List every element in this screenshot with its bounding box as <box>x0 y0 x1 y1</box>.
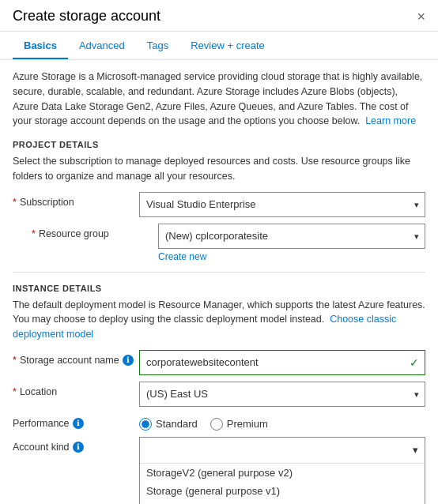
subscription-select-wrapper: Visual Studio Enterprise ▾ <box>139 192 425 217</box>
subscription-select[interactable]: Visual Studio Enterprise <box>139 192 425 217</box>
storage-name-check-icon: ✓ <box>410 356 419 369</box>
tab-bar: Basics Advanced Tags Review + create <box>0 32 438 60</box>
resource-group-label: * Resource group <box>32 224 158 239</box>
storage-name-info-icon[interactable]: ℹ <box>123 355 134 366</box>
location-field-row: * Location (US) East US ▾ <box>13 382 425 407</box>
account-kind-select-header[interactable]: ▾ <box>140 438 425 463</box>
account-kind-list: StorageV2 (general purpose v2) Storage (… <box>140 463 425 504</box>
tab-tags[interactable]: Tags <box>136 32 179 59</box>
instance-details-desc: The default deployment model is Resource… <box>13 298 425 342</box>
resource-group-select-wrapper: (New) cplcorporatesite ▾ <box>158 224 425 249</box>
project-details-title: PROJECT DETAILS <box>13 140 425 149</box>
account-kind-field-row: Account kind ℹ ▾ StorageV2 (general purp… <box>13 437 425 504</box>
performance-radio-group: Standard Premium <box>139 413 425 431</box>
section-divider-1 <box>13 272 425 273</box>
performance-premium-radio[interactable] <box>210 418 223 431</box>
account-kind-option-3[interactable]: BlobStorage <box>140 500 425 504</box>
account-kind-control: ▾ StorageV2 (general purpose v2) Storage… <box>139 437 425 504</box>
resource-group-field-row: * Resource group (New) cplcorporatesite … <box>13 224 425 262</box>
subscription-control: Visual Studio Enterprise ▾ <box>139 192 425 217</box>
resource-group-select[interactable]: (New) cplcorporatesite <box>158 224 425 249</box>
storage-name-control: ✓ <box>139 350 425 375</box>
close-button[interactable]: × <box>417 9 425 24</box>
account-kind-info-icon[interactable]: ℹ <box>73 442 84 453</box>
project-details-desc: Select the subscription to manage deploy… <box>13 154 425 184</box>
location-select-wrapper: (US) East US ▾ <box>139 382 425 407</box>
storage-name-input-wrapper: ✓ <box>139 350 425 375</box>
subscription-required-marker: * <box>13 197 17 208</box>
storage-name-label: * Storage account name ℹ <box>13 350 139 366</box>
performance-premium-label[interactable]: Premium <box>210 418 268 431</box>
performance-standard-radio[interactable] <box>139 418 152 431</box>
resource-group-control: (New) cplcorporatesite ▾ Create new <box>158 224 425 262</box>
tab-advanced[interactable]: Advanced <box>68 32 136 59</box>
location-select[interactable]: (US) East US <box>139 382 425 407</box>
subscription-label: * Subscription <box>13 192 139 208</box>
subscription-field-row: * Subscription Visual Studio Enterprise … <box>13 192 425 217</box>
panel-header: Create storage account × <box>0 0 438 32</box>
learn-more-link[interactable]: Learn more <box>365 115 416 126</box>
storage-name-input[interactable] <box>139 350 425 375</box>
create-new-link[interactable]: Create new <box>158 251 425 262</box>
performance-label: Performance ℹ <box>13 413 139 429</box>
location-control: (US) East US ▾ <box>139 382 425 407</box>
location-label: * Location <box>13 382 139 397</box>
performance-control: Standard Premium <box>139 413 425 431</box>
resource-group-required-marker: * <box>32 228 36 239</box>
account-kind-label: Account kind ℹ <box>13 437 139 453</box>
storage-name-required-marker: * <box>13 355 17 366</box>
instance-details-title: INSTANCE DETAILS <box>13 284 425 293</box>
page-title: Create storage account <box>13 8 160 24</box>
account-kind-chevron-icon: ▾ <box>413 444 418 456</box>
account-kind-option-2[interactable]: Storage (general purpose v1) <box>140 482 425 500</box>
intro-description: Azure Storage is a Microsoft-managed ser… <box>13 70 425 129</box>
tab-review-create[interactable]: Review + create <box>179 32 276 59</box>
location-required-marker: * <box>13 386 17 397</box>
performance-standard-label[interactable]: Standard <box>139 418 198 431</box>
main-content: Azure Storage is a Microsoft-managed ser… <box>0 60 438 504</box>
storage-name-field-row: * Storage account name ℹ ✓ <box>13 350 425 375</box>
performance-field-row: Performance ℹ Standard Premium <box>13 413 425 431</box>
account-kind-option-1[interactable]: StorageV2 (general purpose v2) <box>140 464 425 482</box>
performance-info-icon[interactable]: ℹ <box>73 418 84 429</box>
tab-basics[interactable]: Basics <box>13 32 68 59</box>
account-kind-dropdown: ▾ StorageV2 (general purpose v2) Storage… <box>139 437 425 504</box>
